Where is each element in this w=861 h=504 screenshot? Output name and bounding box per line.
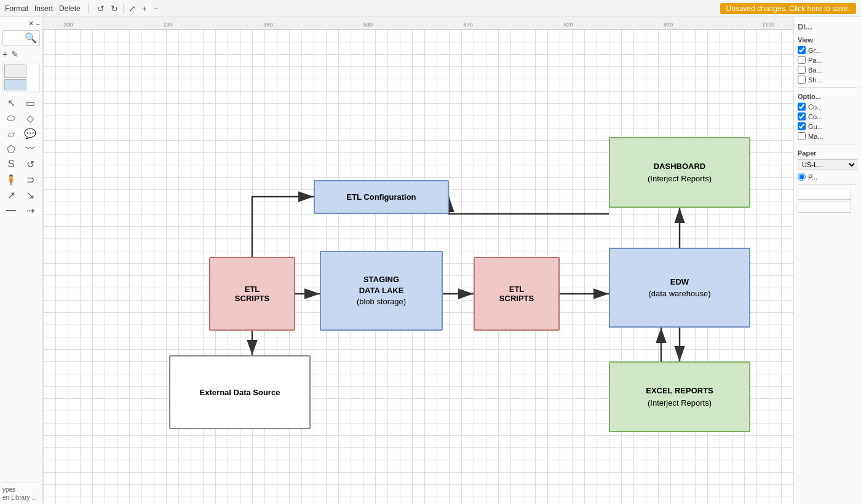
zoom-out-button[interactable]: − [152, 4, 159, 14]
panel-separator-1 [798, 87, 857, 88]
diagram-canvas[interactable]: ETL Configuration ETL SCRIPTS STAGING DA… [43, 30, 793, 504]
unsaved-banner[interactable]: Unsaved changes. Click here to save. [720, 3, 856, 14]
canvas-area: 100 230 380 530 670 820 970 1120 [43, 17, 793, 504]
arrow-etlscripts-left-to-etlconfig [252, 197, 314, 257]
view-grid-checkbox[interactable] [798, 46, 806, 54]
shape-bracket[interactable]: ⊃ [22, 173, 39, 186]
shape-preview [2, 63, 40, 92]
shape-loop[interactable]: ↺ [22, 157, 39, 171]
sidebar-actions: + ✎ [2, 49, 40, 59]
option-connect-label: Co... [808, 103, 822, 111]
view-option-page: Pa... [798, 56, 857, 64]
node-external-data-source[interactable]: External Data Source [169, 355, 311, 429]
option-connect-checkbox[interactable] [798, 103, 806, 111]
shape-parallelogram[interactable]: ▱ [2, 127, 20, 140]
search-input[interactable] [6, 34, 25, 42]
shape-person[interactable]: 🧍 [2, 173, 20, 186]
paper-size-select[interactable]: US-L... [798, 159, 857, 170]
color-swatch-2[interactable] [798, 202, 851, 213]
shape-thumb-2 [4, 79, 26, 90]
add-shape-button[interactable]: + [2, 49, 7, 59]
menu-format[interactable]: Format [5, 4, 28, 13]
node-etl-scripts-right-label: ETL SCRIPTS [499, 285, 534, 303]
ruler-numbers: 100 230 380 530 670 820 970 1120 [43, 22, 793, 28]
shape-arrow-ne[interactable]: ↗ [2, 188, 20, 202]
shape-s-curve[interactable]: S [2, 157, 20, 171]
arrow-edw-to-etlconfig [449, 197, 609, 214]
shape-dashed-arrow[interactable]: ⇢ [22, 203, 39, 217]
node-etl-scripts-left[interactable]: ETL SCRIPTS [209, 257, 295, 331]
sidebar-footer: ypes en Library ... [2, 482, 40, 502]
option-connect2: Co... [798, 112, 857, 120]
ruler-num-11 [593, 22, 643, 28]
view-shadow-checkbox[interactable] [798, 76, 806, 84]
node-etl-config[interactable]: ETL Configuration [314, 180, 449, 214]
edit-shape-button[interactable]: ✎ [11, 49, 18, 59]
node-staging-label: STAGING DATA LAKE (blob storage) [357, 274, 406, 308]
sidebar-pin-button[interactable]: − [36, 20, 40, 28]
shape-ellipse[interactable]: ⬭ [2, 111, 20, 125]
zoom-in-button[interactable]: + [141, 4, 148, 14]
ruler-num-6: 530 [343, 22, 393, 28]
library-label[interactable]: en Library ... [2, 494, 40, 502]
node-excel-reports-label: EXCEL REPORTS (Interject Reports) [646, 385, 713, 409]
menu-delete[interactable]: Delete [59, 4, 81, 13]
search-icon: 🔍 [25, 32, 37, 44]
toolbar-separator-2 [123, 4, 124, 14]
view-grid-label: Gr... [808, 47, 821, 54]
shapes-label[interactable]: ypes [2, 486, 40, 494]
redo-button[interactable]: ↻ [109, 4, 119, 14]
view-page-checkbox[interactable] [798, 56, 806, 64]
option-connect2-label: Co... [808, 113, 822, 120]
left-sidebar: ✕ − 🔍 + ✎ ↖ ▭ ⬭ ◇ ▱ 💬 [0, 17, 43, 504]
shape-rect[interactable]: ▭ [22, 96, 39, 109]
shape-wave[interactable]: 〰 [22, 142, 39, 156]
undo-button[interactable]: ↺ [96, 4, 106, 14]
orientation-radio[interactable] [798, 173, 806, 181]
ruler-num-8: 670 [443, 22, 493, 28]
node-dashboard-label: DASHBOARD (Interject Reports) [648, 160, 712, 184]
paper-orientation-radio: P... [798, 173, 857, 181]
sidebar-collapse-button[interactable]: ✕ [28, 20, 34, 28]
ruler-num-5 [293, 22, 343, 28]
node-excel-reports[interactable]: EXCEL REPORTS (Interject Reports) [609, 361, 750, 432]
shape-line[interactable]: — [2, 203, 20, 217]
ruler-num-10: 820 [543, 22, 593, 28]
node-etl-scripts-left-label: ETL SCRIPTS [235, 285, 269, 303]
option-guides-checkbox[interactable] [798, 122, 806, 130]
node-edw[interactable]: EDW (data warehouse) [609, 248, 750, 328]
view-page-label: Pa... [808, 57, 822, 64]
node-etl-scripts-right[interactable]: ETL SCRIPTS [474, 257, 560, 331]
panel-separator-3 [798, 184, 857, 185]
toolbar-separator [88, 4, 89, 14]
ruler-num-1 [93, 22, 143, 28]
option-connect2-checkbox[interactable] [798, 112, 806, 120]
main-area: ✕ − 🔍 + ✎ ↖ ▭ ⬭ ◇ ▱ 💬 [0, 17, 861, 504]
option-math-label: Ma... [808, 133, 823, 140]
shape-arrow-se[interactable]: ↘ [22, 188, 39, 202]
node-dashboard[interactable]: DASHBOARD (Interject Reports) [609, 137, 750, 208]
ruler-num-14: 1120 [744, 22, 793, 28]
color-swatch-1[interactable] [798, 189, 851, 200]
ruler-num-0: 100 [43, 22, 93, 28]
toolbar: Format Insert Delete ↺ ↻ ⤢ + − Unsaved c… [0, 0, 861, 17]
menu-insert[interactable]: Insert [34, 4, 53, 13]
shape-diamond[interactable]: ◇ [22, 111, 39, 125]
ruler-num-2: 230 [143, 22, 193, 28]
ruler-num-3 [193, 22, 243, 28]
node-staging-data-lake[interactable]: STAGING DATA LAKE (blob storage) [320, 251, 443, 331]
option-math: Ma... [798, 132, 857, 140]
shape-pentagon[interactable]: ⬠ [2, 142, 20, 156]
shape-callout[interactable]: 💬 [22, 127, 39, 140]
node-external-data-source-label: External Data Source [200, 388, 280, 397]
search-bar[interactable]: 🔍 [2, 30, 40, 45]
right-panel-title: Di... [798, 22, 857, 31]
right-panel: Di... View Gr... Pa... Ba... Sh... Optio… [793, 17, 861, 504]
fit-page-button[interactable]: ⤢ [127, 4, 137, 14]
view-section-title: View [798, 36, 857, 44]
shape-cursor[interactable]: ↖ [2, 96, 20, 109]
option-math-checkbox[interactable] [798, 132, 806, 140]
ruler-num-12: 970 [643, 22, 693, 28]
ruler-num-4: 380 [243, 22, 293, 28]
view-background-checkbox[interactable] [798, 66, 806, 74]
